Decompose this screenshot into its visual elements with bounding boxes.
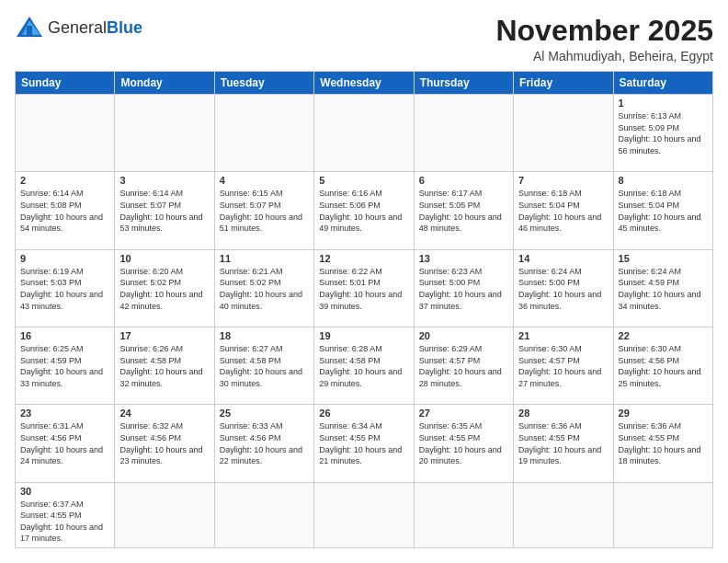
- day-cell: 4Sunrise: 6:15 AM Sunset: 5:07 PM Daylig…: [214, 172, 313, 249]
- week-row-4: 16Sunrise: 6:25 AM Sunset: 4:59 PM Dayli…: [16, 327, 713, 405]
- day-number: 11: [220, 253, 309, 264]
- day-info: Sunrise: 6:14 AM Sunset: 5:08 PM Dayligh…: [20, 188, 109, 234]
- day-number: 23: [20, 408, 109, 419]
- day-number: 6: [419, 175, 508, 186]
- day-number: 7: [518, 175, 608, 186]
- day-number: 20: [419, 330, 508, 341]
- week-row-1: 1Sunrise: 6:13 AM Sunset: 5:09 PM Daylig…: [16, 95, 713, 172]
- day-number: 17: [119, 330, 209, 341]
- day-cell: 17Sunrise: 6:26 AM Sunset: 4:58 PM Dayli…: [115, 327, 214, 405]
- day-cell: 7Sunrise: 6:18 AM Sunset: 5:04 PM Daylig…: [514, 172, 613, 249]
- day-number: 12: [319, 253, 408, 264]
- col-monday: Monday: [115, 72, 214, 95]
- day-info: Sunrise: 6:16 AM Sunset: 5:06 PM Dayligh…: [319, 188, 408, 234]
- day-cell: 11Sunrise: 6:21 AM Sunset: 5:02 PM Dayli…: [214, 249, 313, 327]
- day-number: 4: [220, 175, 309, 186]
- day-cell: [214, 482, 313, 547]
- calendar-title: November 2025: [495, 15, 713, 47]
- day-info: Sunrise: 6:33 AM Sunset: 4:56 PM Dayligh…: [220, 420, 309, 466]
- day-cell: 19Sunrise: 6:28 AM Sunset: 4:58 PM Dayli…: [314, 327, 414, 405]
- day-cell: [414, 482, 513, 547]
- day-info: Sunrise: 6:29 AM Sunset: 4:57 PM Dayligh…: [419, 343, 508, 389]
- day-info: Sunrise: 6:13 AM Sunset: 5:09 PM Dayligh…: [619, 110, 708, 156]
- day-cell: [514, 95, 613, 172]
- day-info: Sunrise: 6:28 AM Sunset: 4:58 PM Dayligh…: [319, 343, 408, 389]
- day-number: 28: [518, 408, 608, 419]
- header-row: Sunday Monday Tuesday Wednesday Thursday…: [16, 72, 713, 95]
- day-info: Sunrise: 6:20 AM Sunset: 5:02 PM Dayligh…: [119, 266, 209, 312]
- col-wednesday: Wednesday: [314, 72, 414, 95]
- day-number: 26: [319, 408, 408, 419]
- day-cell: [414, 95, 513, 172]
- col-saturday: Saturday: [613, 72, 712, 95]
- week-row-5: 23Sunrise: 6:31 AM Sunset: 4:56 PM Dayli…: [16, 405, 713, 482]
- logo-icon: [15, 15, 44, 40]
- day-number: 5: [319, 175, 408, 186]
- svg-rect-2: [27, 26, 32, 35]
- day-number: 14: [518, 253, 608, 264]
- day-cell: 21Sunrise: 6:30 AM Sunset: 4:57 PM Dayli…: [514, 327, 613, 405]
- week-row-6: 30Sunrise: 6:37 AM Sunset: 4:55 PM Dayli…: [16, 482, 713, 547]
- day-info: Sunrise: 6:30 AM Sunset: 4:57 PM Dayligh…: [518, 343, 608, 389]
- day-number: 18: [220, 330, 309, 341]
- day-info: Sunrise: 6:22 AM Sunset: 5:01 PM Dayligh…: [319, 266, 408, 312]
- day-cell: [613, 482, 712, 547]
- day-info: Sunrise: 6:24 AM Sunset: 4:59 PM Dayligh…: [619, 266, 708, 312]
- day-cell: 9Sunrise: 6:19 AM Sunset: 5:03 PM Daylig…: [16, 249, 115, 327]
- day-number: 29: [619, 408, 708, 419]
- day-cell: 30Sunrise: 6:37 AM Sunset: 4:55 PM Dayli…: [16, 482, 115, 547]
- day-info: Sunrise: 6:18 AM Sunset: 5:04 PM Dayligh…: [518, 188, 608, 234]
- day-number: 22: [619, 330, 708, 341]
- day-info: Sunrise: 6:26 AM Sunset: 4:58 PM Dayligh…: [119, 343, 209, 389]
- day-info: Sunrise: 6:19 AM Sunset: 5:03 PM Dayligh…: [20, 266, 109, 312]
- day-cell: 12Sunrise: 6:22 AM Sunset: 5:01 PM Dayli…: [314, 249, 414, 327]
- header: GeneralBlue November 2025 Al Mahmudiyah,…: [15, 15, 713, 63]
- day-number: 15: [619, 253, 708, 264]
- day-cell: 15Sunrise: 6:24 AM Sunset: 4:59 PM Dayli…: [613, 249, 712, 327]
- col-tuesday: Tuesday: [214, 72, 313, 95]
- day-info: Sunrise: 6:34 AM Sunset: 4:55 PM Dayligh…: [319, 420, 408, 466]
- day-info: Sunrise: 6:30 AM Sunset: 4:56 PM Dayligh…: [619, 343, 708, 389]
- day-number: 8: [619, 175, 708, 186]
- day-cell: 24Sunrise: 6:32 AM Sunset: 4:56 PM Dayli…: [115, 405, 214, 482]
- day-info: Sunrise: 6:14 AM Sunset: 5:07 PM Dayligh…: [119, 188, 209, 234]
- day-cell: 1Sunrise: 6:13 AM Sunset: 5:09 PM Daylig…: [613, 95, 712, 172]
- logo-wordmark: GeneralBlue: [48, 18, 142, 37]
- col-friday: Friday: [514, 72, 613, 95]
- day-number: 16: [20, 330, 109, 341]
- day-cell: 22Sunrise: 6:30 AM Sunset: 4:56 PM Dayli…: [613, 327, 712, 405]
- calendar-body: 1Sunrise: 6:13 AM Sunset: 5:09 PM Daylig…: [16, 95, 713, 548]
- day-cell: [115, 95, 214, 172]
- week-row-2: 2Sunrise: 6:14 AM Sunset: 5:08 PM Daylig…: [16, 172, 713, 249]
- day-number: 24: [119, 408, 209, 419]
- day-info: Sunrise: 6:36 AM Sunset: 4:55 PM Dayligh…: [619, 420, 708, 466]
- day-number: 3: [119, 175, 209, 186]
- day-number: 21: [518, 330, 608, 341]
- day-cell: 28Sunrise: 6:36 AM Sunset: 4:55 PM Dayli…: [514, 405, 613, 482]
- day-info: Sunrise: 6:18 AM Sunset: 5:04 PM Dayligh…: [619, 188, 708, 234]
- day-cell: [115, 482, 214, 547]
- day-cell: [314, 95, 414, 172]
- day-info: Sunrise: 6:15 AM Sunset: 5:07 PM Dayligh…: [220, 188, 309, 234]
- day-cell: 26Sunrise: 6:34 AM Sunset: 4:55 PM Dayli…: [314, 405, 414, 482]
- day-info: Sunrise: 6:36 AM Sunset: 4:55 PM Dayligh…: [518, 420, 608, 466]
- day-cell: 3Sunrise: 6:14 AM Sunset: 5:07 PM Daylig…: [115, 172, 214, 249]
- day-info: Sunrise: 6:37 AM Sunset: 4:55 PM Dayligh…: [20, 499, 109, 545]
- logo-text: GeneralBlue: [48, 18, 142, 38]
- day-number: 9: [20, 253, 109, 264]
- day-cell: [314, 482, 414, 547]
- day-number: 13: [419, 253, 508, 264]
- day-cell: [514, 482, 613, 547]
- day-number: 30: [20, 486, 109, 497]
- day-info: Sunrise: 6:27 AM Sunset: 4:58 PM Dayligh…: [220, 343, 309, 389]
- day-cell: 13Sunrise: 6:23 AM Sunset: 5:00 PM Dayli…: [414, 249, 513, 327]
- day-info: Sunrise: 6:23 AM Sunset: 5:00 PM Dayligh…: [419, 266, 508, 312]
- day-info: Sunrise: 6:24 AM Sunset: 5:00 PM Dayligh…: [518, 266, 608, 312]
- day-cell: 14Sunrise: 6:24 AM Sunset: 5:00 PM Dayli…: [514, 249, 613, 327]
- day-cell: 27Sunrise: 6:35 AM Sunset: 4:55 PM Dayli…: [414, 405, 513, 482]
- day-cell: [214, 95, 313, 172]
- day-cell: 23Sunrise: 6:31 AM Sunset: 4:56 PM Dayli…: [16, 405, 115, 482]
- day-number: 10: [119, 253, 209, 264]
- day-cell: 10Sunrise: 6:20 AM Sunset: 5:02 PM Dayli…: [115, 249, 214, 327]
- day-info: Sunrise: 6:31 AM Sunset: 4:56 PM Dayligh…: [20, 420, 109, 466]
